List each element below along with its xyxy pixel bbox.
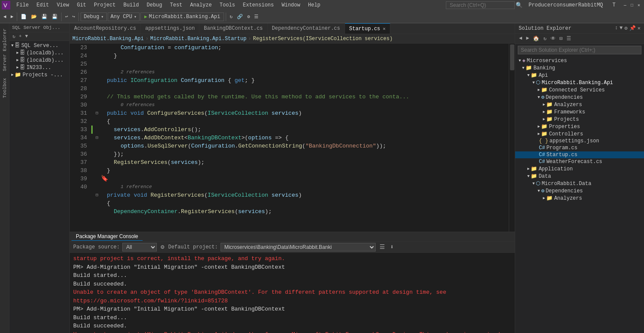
save-btn[interactable]: 💾 xyxy=(40,13,49,20)
menu-build[interactable]: Build xyxy=(120,1,142,9)
menu-debug[interactable]: Debug xyxy=(143,1,165,9)
toolbox-tab[interactable]: Toolbox xyxy=(1,75,9,101)
se2-filter-btn[interactable]: ▼ xyxy=(619,25,622,31)
new-file-btn[interactable]: 📄 xyxy=(19,13,28,20)
bc-method[interactable]: RegisterServices(IServiceCollection serv… xyxy=(253,36,392,42)
se-weatherforecast[interactable]: C# WeatherForecast.cs xyxy=(515,158,644,165)
menu-analyze[interactable]: Analyze xyxy=(187,1,215,9)
se-frameworks[interactable]: ► 📁 Frameworks xyxy=(515,108,644,116)
pmc-tab[interactable]: Package Manager Console xyxy=(72,232,143,241)
se-application[interactable]: ► 📁 Application xyxy=(515,165,644,173)
menu-help[interactable]: Help xyxy=(305,1,324,9)
pmc-clear-btn[interactable]: ☰ xyxy=(378,243,386,251)
pmc-settings-btn[interactable]: ⚙ xyxy=(159,243,165,251)
se-properties[interactable]: ► 📁 Properties xyxy=(515,123,644,130)
se2-tb-fwd[interactable]: ► xyxy=(525,35,530,42)
bc-project[interactable]: MicroRabbit.Banking.Api xyxy=(72,36,144,42)
se2-close-btn[interactable]: ✕ xyxy=(638,25,641,31)
se2-sync-btn[interactable]: ↕ xyxy=(615,25,618,31)
se-data[interactable]: ▼ 📁 Data xyxy=(515,173,644,180)
minimize-btn[interactable]: — xyxy=(622,2,628,9)
se-deps[interactable]: ▼ ⚙ Dependencies xyxy=(515,94,644,101)
se-startup[interactable]: C# Startup.cs xyxy=(515,151,644,158)
se2-tb-show-all[interactable]: 👁 xyxy=(549,35,557,42)
tab-appsettings[interactable]: appsettings.json xyxy=(141,23,199,34)
se-banking[interactable]: ▼ 📁 Banking xyxy=(515,64,644,72)
se2-tb-collapse[interactable]: ⊟ xyxy=(558,35,564,42)
menu-search-input[interactable] xyxy=(446,1,515,9)
tab-close-btn[interactable]: ✕ xyxy=(383,26,386,31)
se-tree-projects[interactable]: ► 📁 Projects -... xyxy=(9,71,69,79)
fold-32[interactable]: ⊟ xyxy=(94,134,100,142)
maximize-btn[interactable]: □ xyxy=(628,2,635,9)
se-program[interactable]: C# Program.cs xyxy=(515,145,644,151)
se-controllers[interactable]: ► 📁 Controllers xyxy=(515,130,644,138)
tab-account-repo[interactable]: AccountRepository.cs xyxy=(70,23,141,34)
tab-dependency[interactable]: DependencyContainer.cs xyxy=(268,23,345,34)
search-icon[interactable]: 🔍 xyxy=(516,2,523,9)
package-source-dropdown[interactable]: All xyxy=(122,243,157,251)
se-microservices[interactable]: ▼ ◈ Microservices xyxy=(515,57,644,64)
se-tree-in233[interactable]: ► 🗄 IN233... xyxy=(9,64,69,71)
se-appsettings[interactable]: { } appsettings.json xyxy=(515,138,644,145)
se-data-anlyz[interactable]: ► 📁 Analyzers xyxy=(515,195,644,202)
fold-38[interactable]: ⊟ xyxy=(94,191,100,199)
menu-edit[interactable]: Edit xyxy=(33,1,53,9)
menu-file[interactable]: File xyxy=(13,1,32,9)
bc-file[interactable]: MicroRabbit.Banking.Api.Startup xyxy=(150,36,246,42)
menu-view[interactable]: View xyxy=(53,1,73,9)
default-project-dropdown[interactable]: Microservices\Banking\Data\MicroRabbit.B… xyxy=(221,243,376,251)
menu-tools[interactable]: Tools xyxy=(216,1,239,9)
se-data-deps[interactable]: ▼ ⚙ Dependencies xyxy=(515,187,644,195)
platform-dropdown[interactable]: Any CPU xyxy=(108,13,140,21)
se2-tb-home[interactable]: 🏠 xyxy=(532,35,541,42)
se-analyzers[interactable]: ► 📁 Analyzers xyxy=(515,101,644,108)
open-file-btn[interactable]: 📂 xyxy=(29,13,39,20)
menu-test[interactable]: Test xyxy=(167,1,186,9)
se-proj-api[interactable]: ▼ ⬡ MicroRabbit.Banking.Api xyxy=(515,79,644,86)
nav-fwd-btn[interactable]: ► xyxy=(9,13,16,20)
refresh-btn[interactable]: ↻ xyxy=(228,13,234,20)
menu-window[interactable]: Window xyxy=(278,1,304,9)
redo-btn[interactable]: ↪ xyxy=(71,13,77,20)
server-explorer-tab[interactable]: Server Explorer xyxy=(1,25,9,75)
se2-search-input[interactable] xyxy=(518,46,641,54)
se-tree-root[interactable]: ▼ 🗄 SQL Serve... xyxy=(9,42,69,49)
nav-back-btn[interactable]: ◄ xyxy=(2,13,8,20)
se-filter-btn[interactable]: ▼ xyxy=(24,33,29,40)
attach-btn[interactable]: 🔗 xyxy=(235,13,245,20)
toolbar-btn-6[interactable]: ☰ xyxy=(252,13,260,20)
undo-btn[interactable]: ↩ xyxy=(63,13,70,20)
se2-tb-filter[interactable]: ☰ xyxy=(565,35,572,42)
close-btn[interactable]: ✕ xyxy=(635,2,642,9)
se-tree-local2[interactable]: ► 🗄 (localdb)... xyxy=(9,57,69,64)
tab-banking-db[interactable]: BankingDBContext.cs xyxy=(199,23,268,34)
toolbar-btn-5[interactable]: ⚙ xyxy=(246,13,252,20)
debug-config-dropdown[interactable]: Debug xyxy=(81,13,106,21)
se-refresh-btn[interactable]: ↻ xyxy=(11,33,17,40)
se-proj-deps[interactable]: ► 📁 Projects xyxy=(515,116,644,123)
editor-scrollbar[interactable] xyxy=(509,44,515,232)
se2-tb-back[interactable]: ◄ xyxy=(518,35,523,42)
se-add-btn[interactable]: + xyxy=(18,33,23,40)
se-connected-svcs[interactable]: ► 📁 Connected Services xyxy=(515,86,644,94)
folder-icon-bank: 📁 xyxy=(526,65,532,71)
menu-project[interactable]: Project xyxy=(90,1,119,9)
code-content[interactable]: Configuration = configuration; } 2 xyxy=(90,44,509,232)
pmc-output[interactable]: startup project is correct, install the … xyxy=(70,253,515,333)
run-btn[interactable]: MicroRabbit.Banking.Api xyxy=(140,13,224,21)
se2-settings-btn[interactable]: ⚙ xyxy=(625,25,628,31)
se2-tb-sync[interactable]: ↻ xyxy=(542,35,548,42)
se-tree-local1[interactable]: ► 🗄 (localdb)... xyxy=(9,49,69,57)
se-proj-data[interactable]: ▼ ⬡ MicroRabbit.Data xyxy=(515,180,644,187)
save-all-btn[interactable]: 💾 xyxy=(50,13,59,20)
server-explorer-title: SQL Server Obj... xyxy=(12,25,60,30)
editor-scrollbar-thumb[interactable] xyxy=(510,44,514,70)
fold-29[interactable]: ⊟ xyxy=(94,109,100,117)
menu-git[interactable]: Git xyxy=(73,1,90,9)
se2-pin-btn[interactable]: 📌 xyxy=(629,25,636,31)
pmc-scroll-btn[interactable]: ⬇ xyxy=(389,243,395,251)
se-api[interactable]: ▼ 📁 Api xyxy=(515,72,644,79)
menu-extensions[interactable]: Extensions xyxy=(240,1,277,9)
tab-startup[interactable]: Startup.cs ✕ xyxy=(345,23,391,34)
